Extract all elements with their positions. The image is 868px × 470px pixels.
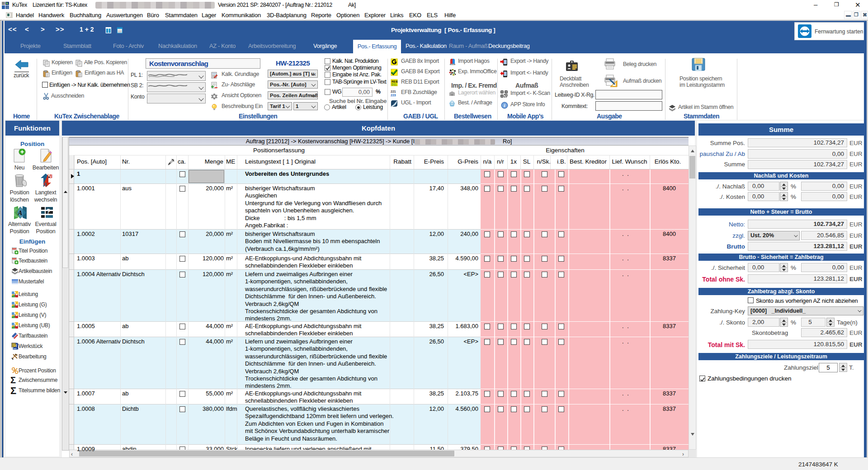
svg-text:A: A: [18, 209, 23, 216]
svg-text:A: A: [43, 181, 47, 188]
svg-text:B: B: [48, 173, 52, 179]
svg-text:?: ?: [46, 208, 51, 216]
